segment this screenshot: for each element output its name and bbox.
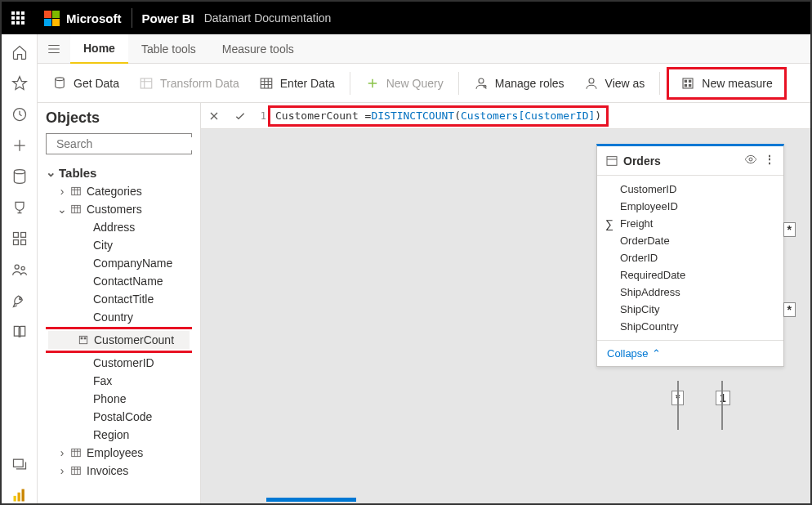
- view-as-button[interactable]: View as: [576, 71, 654, 96]
- relationship-line: [677, 381, 679, 430]
- waffle-icon: [11, 11, 25, 25]
- svg-rect-5: [20, 240, 25, 245]
- table-employees[interactable]: › Employees: [46, 444, 192, 462]
- manage-roles-button[interactable]: Manage roles: [466, 71, 573, 96]
- home-icon[interactable]: [11, 44, 28, 60]
- more-icon[interactable]: ⋮: [764, 153, 775, 168]
- table-icon: [70, 185, 82, 197]
- field-country[interactable]: Country: [46, 308, 192, 326]
- chevron-down-icon: ⌄: [57, 203, 67, 216]
- card-footer: Collapse ⌃: [597, 340, 783, 366]
- clock-icon[interactable]: [11, 106, 28, 123]
- svg-point-33: [749, 158, 752, 161]
- manage-roles-label: Manage roles: [495, 77, 564, 90]
- svg-rect-32: [607, 156, 617, 165]
- customercount-highlight: CustomerCount: [46, 327, 192, 353]
- apps-icon[interactable]: [11, 230, 28, 247]
- field-customerid[interactable]: CustomerID: [597, 181, 783, 198]
- field-employeeid[interactable]: EmployeeID: [597, 198, 783, 215]
- svg-point-6: [15, 265, 19, 269]
- plus-icon[interactable]: [11, 137, 28, 154]
- table-categories[interactable]: › Categories: [46, 182, 192, 200]
- field-requireddate[interactable]: RequiredDate: [597, 266, 783, 284]
- svg-rect-23: [689, 84, 691, 86]
- orders-table-card[interactable]: Orders ⋮ CustomerID EmployeeID ∑Freight …: [596, 144, 784, 367]
- people-icon[interactable]: [11, 261, 28, 278]
- learn-icon[interactable]: [11, 324, 28, 340]
- field-region[interactable]: Region: [46, 426, 192, 444]
- deploy-icon[interactable]: [11, 293, 28, 309]
- dax-reference: Customers[CustomerID]: [461, 109, 595, 122]
- tab-table-tools[interactable]: Table tools: [128, 34, 209, 64]
- field-contacttitle[interactable]: ContactTitle: [46, 290, 192, 308]
- toolbar-separator: [458, 72, 459, 95]
- card-body[interactable]: CustomerID EmployeeID ∑Freight OrderDate…: [597, 176, 783, 340]
- table-icon: [70, 447, 82, 458]
- formula-input[interactable]: CustomerCount = DISTINCTCOUNT ( Customer…: [268, 105, 609, 127]
- field-orderdate[interactable]: OrderDate: [597, 232, 783, 249]
- model-canvas[interactable]: 1 CustomerCount = DISTINCTCOUNT ( Custom…: [201, 103, 810, 503]
- workspaces-icon[interactable]: [11, 456, 28, 472]
- field-customerid[interactable]: CustomerID: [46, 354, 192, 372]
- formula-cancel-button[interactable]: [201, 103, 227, 129]
- svg-rect-31: [72, 467, 81, 474]
- tab-home[interactable]: Home: [70, 34, 128, 64]
- field-orderid[interactable]: OrderID: [597, 249, 783, 266]
- svg-rect-26: [72, 205, 81, 212]
- objects-title: Objects: [46, 109, 192, 127]
- objects-tree[interactable]: ⌄ Tables › Categories ⌄ Customers: [46, 163, 192, 503]
- new-measure-button[interactable]: New measure: [672, 71, 780, 96]
- chevron-right-icon: ›: [57, 185, 67, 198]
- new-query-label: New Query: [386, 77, 444, 90]
- table-icon: [70, 465, 82, 476]
- header-divider: [132, 8, 132, 28]
- enter-data-button[interactable]: Enter Data: [251, 71, 343, 96]
- field-shipaddress[interactable]: ShipAddress: [597, 284, 783, 301]
- tab-measure-tools[interactable]: Measure tools: [209, 34, 307, 64]
- field-customercount[interactable]: CustomerCount: [48, 331, 190, 349]
- hamburger-button[interactable]: [38, 42, 70, 56]
- app-launcher-button[interactable]: [2, 2, 34, 34]
- field-contactname[interactable]: ContactName: [46, 272, 192, 290]
- field-address[interactable]: Address: [46, 218, 192, 236]
- tables-section[interactable]: ⌄ Tables: [46, 163, 192, 182]
- visibility-icon[interactable]: [744, 153, 757, 168]
- toolbar-separator: [659, 72, 660, 95]
- field-freight[interactable]: ∑Freight: [597, 215, 783, 232]
- powerbi-icon[interactable]: [11, 487, 28, 503]
- horizontal-scrollbar[interactable]: [266, 498, 356, 502]
- svg-rect-22: [685, 84, 687, 86]
- field-postalcode[interactable]: PostalCode: [46, 408, 192, 426]
- table-invoices[interactable]: › Invoices: [46, 462, 192, 480]
- formula-commit-button[interactable]: [227, 103, 253, 129]
- search-input[interactable]: [56, 137, 199, 150]
- field-shipcountry[interactable]: ShipCountry: [597, 318, 783, 335]
- field-fax[interactable]: Fax: [46, 372, 192, 390]
- get-data-button[interactable]: Get Data: [44, 71, 127, 96]
- field-companyname[interactable]: CompanyName: [46, 254, 192, 272]
- tables-label: Tables: [59, 166, 96, 180]
- doc-title: Datamart Documentation: [204, 11, 332, 25]
- transform-data-button: Transform Data: [131, 71, 248, 96]
- dax-function: DISTINCTCOUNT: [371, 109, 454, 122]
- search-box[interactable]: [46, 133, 192, 154]
- svg-rect-14: [141, 78, 152, 88]
- view-as-label: View as: [605, 77, 645, 90]
- table-label: Invoices: [87, 464, 128, 477]
- relationship-many-marker: *: [783, 302, 796, 317]
- get-data-label: Get Data: [74, 77, 119, 90]
- star-icon[interactable]: [11, 75, 28, 92]
- relationship-line: [721, 381, 723, 430]
- dax-paren: ): [595, 109, 601, 122]
- table-customers[interactable]: ⌄ Customers: [46, 200, 192, 218]
- collapse-link[interactable]: Collapse ⌃: [607, 347, 774, 360]
- database-icon[interactable]: [11, 168, 28, 185]
- field-shipcity[interactable]: ShipCity: [597, 301, 783, 318]
- top-header: Microsoft Power BI Datamart Documentatio…: [2, 2, 810, 34]
- left-rail: [2, 34, 38, 503]
- field-city[interactable]: City: [46, 236, 192, 254]
- field-phone[interactable]: Phone: [46, 390, 192, 408]
- table-label: Categories: [87, 185, 142, 198]
- svg-point-13: [56, 77, 65, 80]
- goals-icon[interactable]: [11, 199, 28, 216]
